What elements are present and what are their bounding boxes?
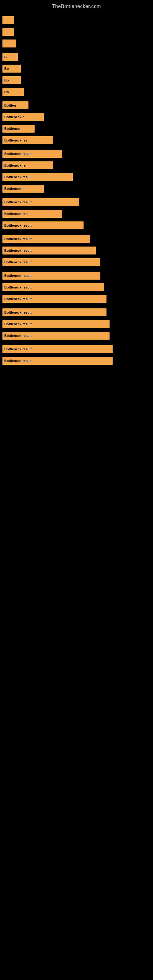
result-bar-25: Bottleneck result	[2, 309, 107, 317]
small-gap	[1, 219, 152, 221]
section-gap	[1, 194, 152, 197]
result-bar-18: Bottleneck result	[2, 221, 83, 229]
small-gap	[1, 292, 152, 294]
small-gap	[1, 354, 152, 356]
section-gap	[1, 340, 152, 344]
result-bar-9: Bottleneck r	[2, 113, 44, 121]
small-gap	[1, 170, 152, 172]
section-gap	[1, 304, 152, 307]
small-gap	[1, 255, 152, 257]
result-row: Bottleneck r	[1, 113, 152, 121]
small-gap	[1, 329, 152, 331]
result-row: Bottleneck result	[1, 357, 152, 365]
result-row: Bottleneck result	[1, 235, 152, 243]
result-row: Bottleneck result	[1, 150, 152, 158]
result-row: Bottlenec	[1, 125, 152, 133]
bars-container: BBoBoBoBottlenBottleneck rBottlenecBottl…	[1, 12, 152, 365]
result-row: Bottleneck result	[1, 345, 152, 353]
small-gap	[1, 122, 152, 124]
section-gap	[1, 48, 152, 52]
result-row: Bottleneck result	[1, 295, 152, 303]
result-row: Bottleneck result	[1, 320, 152, 328]
result-row: Bo	[1, 65, 152, 73]
result-bar-15: Bottleneck r	[2, 185, 44, 192]
result-row: Bottleneck result	[1, 332, 152, 340]
result-bar-26: Bottleneck result	[2, 320, 110, 328]
small-gap	[1, 25, 152, 27]
result-row: Bo	[1, 88, 152, 96]
section-gap	[1, 97, 152, 100]
small-gap	[1, 182, 152, 184]
small-gap	[1, 207, 152, 209]
result-bar-1	[2, 16, 14, 24]
result-bar-2	[2, 28, 14, 36]
result-bar-14: Bottleneck resul	[2, 173, 73, 181]
section-gap	[1, 267, 152, 271]
result-bar-19: Bottleneck result	[2, 235, 90, 243]
result-bar-11: Bottleneck res	[2, 136, 53, 144]
result-bar-23: Bottleneck result	[2, 283, 104, 291]
result-bar-22: Bottleneck result	[2, 272, 100, 280]
result-row: B	[1, 53, 152, 61]
result-bar-20: Bottleneck result	[2, 247, 96, 255]
small-gap	[1, 159, 152, 161]
result-row: Bottleneck result	[1, 221, 152, 229]
result-row: Bottleneck res	[1, 210, 152, 218]
result-row: Bottleneck result	[1, 283, 152, 291]
result-row: Bottleneck result	[1, 258, 152, 266]
result-bar-5: Bo	[2, 65, 21, 73]
site-title: TheBottlenecker.com	[0, 0, 153, 12]
section-gap	[1, 230, 152, 234]
result-bar-3	[2, 40, 16, 48]
small-gap	[1, 110, 152, 112]
section-gap	[1, 12, 152, 15]
result-bar-28: Bottleneck result	[2, 345, 113, 353]
small-gap	[1, 73, 152, 75]
small-gap	[1, 37, 152, 38]
small-gap	[1, 134, 152, 135]
result-row: Bottlen	[1, 101, 152, 109]
result-row	[1, 16, 152, 24]
result-row: Bottleneck result	[1, 198, 152, 206]
small-gap	[1, 317, 152, 319]
result-bar-4: B	[2, 53, 18, 61]
site-title-text: TheBottlenecker.com	[52, 4, 101, 9]
result-row: Bottleneck res	[1, 136, 152, 144]
chart-area: BBoBoBoBottlenBottleneck rBottlenecBottl…	[0, 12, 153, 365]
result-row: Bo	[1, 76, 152, 84]
result-bar-27: Bottleneck result	[2, 332, 110, 340]
result-row: Bottleneck result	[1, 247, 152, 255]
result-row	[1, 28, 152, 36]
result-bar-8: Bottlen	[2, 101, 29, 109]
result-row: Bottleneck re	[1, 161, 152, 169]
small-gap	[1, 62, 152, 64]
small-gap	[1, 244, 152, 246]
small-gap	[1, 280, 152, 282]
result-row	[1, 40, 152, 48]
result-row: Bottleneck result	[1, 272, 152, 280]
result-bar-12: Bottleneck result	[2, 150, 62, 158]
result-bar-10: Bottlenec	[2, 125, 35, 133]
result-bar-29: Bottleneck result	[2, 357, 113, 365]
result-bar-17: Bottleneck res	[2, 210, 62, 218]
result-row: Bottleneck r	[1, 185, 152, 192]
result-bar-6: Bo	[2, 76, 21, 84]
section-gap	[1, 145, 152, 149]
result-row: Bottleneck resul	[1, 173, 152, 181]
result-bar-24: Bottleneck result	[2, 295, 107, 303]
small-gap	[1, 85, 152, 87]
result-bar-13: Bottleneck re	[2, 161, 53, 169]
result-bar-16: Bottleneck result	[2, 198, 79, 206]
result-bar-21: Bottleneck result	[2, 258, 100, 266]
result-bar-7: Bo	[2, 88, 24, 96]
result-row: Bottleneck result	[1, 309, 152, 317]
